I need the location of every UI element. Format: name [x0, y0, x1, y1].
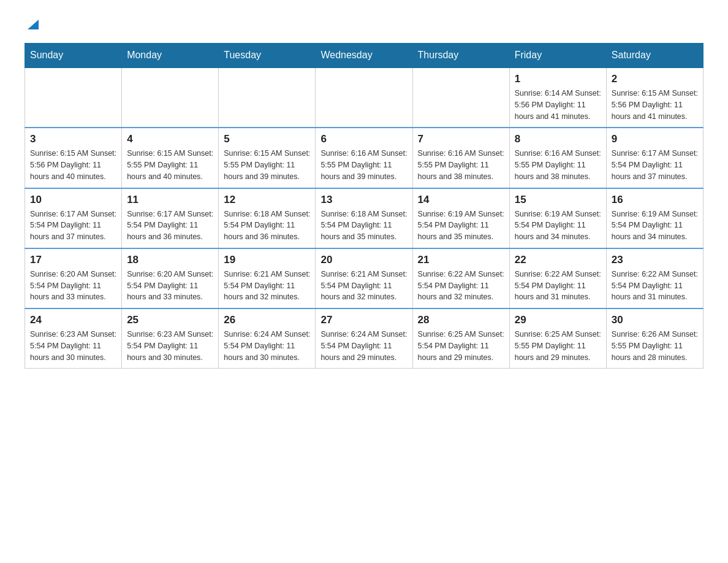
calendar-cell [316, 67, 412, 128]
day-info: Sunrise: 6:26 AM Sunset: 5:55 PM Dayligh… [612, 329, 698, 363]
calendar-cell: 11Sunrise: 6:17 AM Sunset: 5:54 PM Dayli… [122, 188, 219, 248]
header-sunday: Sunday [25, 44, 122, 68]
calendar-cell: 23Sunrise: 6:22 AM Sunset: 5:54 PM Dayli… [606, 248, 703, 308]
day-number: 11 [127, 194, 213, 206]
calendar-cell: 14Sunrise: 6:19 AM Sunset: 5:54 PM Dayli… [412, 188, 509, 248]
day-number: 20 [320, 254, 407, 266]
day-info: Sunrise: 6:22 AM Sunset: 5:54 PM Dayligh… [612, 269, 698, 303]
header-friday: Friday [509, 44, 606, 68]
header-monday: Monday [122, 44, 219, 68]
day-number: 14 [418, 194, 504, 206]
calendar-week-1: 1Sunrise: 6:14 AM Sunset: 5:56 PM Daylig… [25, 67, 703, 128]
day-info: Sunrise: 6:24 AM Sunset: 5:54 PM Dayligh… [224, 329, 310, 363]
day-number: 23 [612, 254, 698, 266]
day-info: Sunrise: 6:22 AM Sunset: 5:54 PM Dayligh… [418, 269, 504, 303]
day-number: 22 [515, 254, 601, 266]
day-number: 10 [30, 194, 116, 206]
header-thursday: Thursday [412, 44, 509, 68]
day-number: 9 [612, 133, 698, 145]
day-info: Sunrise: 6:21 AM Sunset: 5:54 PM Dayligh… [224, 269, 310, 303]
day-info: Sunrise: 6:14 AM Sunset: 5:56 PM Dayligh… [515, 88, 601, 122]
calendar-cell: 26Sunrise: 6:24 AM Sunset: 5:54 PM Dayli… [219, 308, 316, 369]
day-number: 7 [418, 133, 504, 145]
calendar-cell: 8Sunrise: 6:16 AM Sunset: 5:55 PM Daylig… [509, 128, 606, 188]
day-number: 6 [320, 133, 407, 145]
day-info: Sunrise: 6:25 AM Sunset: 5:54 PM Dayligh… [418, 329, 504, 363]
day-number: 29 [515, 314, 601, 326]
day-info: Sunrise: 6:19 AM Sunset: 5:54 PM Dayligh… [612, 209, 698, 243]
day-number: 16 [612, 194, 698, 206]
calendar-cell [25, 67, 122, 128]
calendar-week-5: 24Sunrise: 6:23 AM Sunset: 5:54 PM Dayli… [25, 308, 703, 369]
day-info: Sunrise: 6:15 AM Sunset: 5:55 PM Dayligh… [127, 148, 213, 182]
day-info: Sunrise: 6:21 AM Sunset: 5:54 PM Dayligh… [320, 269, 407, 303]
logo-triangle-icon [26, 17, 40, 31]
day-info: Sunrise: 6:15 AM Sunset: 5:56 PM Dayligh… [612, 88, 698, 122]
calendar-cell: 9Sunrise: 6:17 AM Sunset: 5:54 PM Daylig… [606, 128, 703, 188]
calendar-cell: 15Sunrise: 6:19 AM Sunset: 5:54 PM Dayli… [509, 188, 606, 248]
calendar-cell: 29Sunrise: 6:25 AM Sunset: 5:55 PM Dayli… [509, 308, 606, 369]
header-tuesday: Tuesday [219, 44, 316, 68]
day-info: Sunrise: 6:22 AM Sunset: 5:54 PM Dayligh… [515, 269, 601, 303]
calendar-cell: 28Sunrise: 6:25 AM Sunset: 5:54 PM Dayli… [412, 308, 509, 369]
day-number: 8 [515, 133, 601, 145]
day-info: Sunrise: 6:23 AM Sunset: 5:54 PM Dayligh… [30, 329, 116, 363]
day-info: Sunrise: 6:16 AM Sunset: 5:55 PM Dayligh… [515, 148, 601, 182]
calendar-cell: 12Sunrise: 6:18 AM Sunset: 5:54 PM Dayli… [219, 188, 316, 248]
logo [25, 18, 40, 31]
calendar-cell: 24Sunrise: 6:23 AM Sunset: 5:54 PM Dayli… [25, 308, 122, 369]
day-info: Sunrise: 6:17 AM Sunset: 5:54 PM Dayligh… [30, 209, 116, 243]
calendar-cell: 20Sunrise: 6:21 AM Sunset: 5:54 PM Dayli… [316, 248, 412, 308]
calendar-week-4: 17Sunrise: 6:20 AM Sunset: 5:54 PM Dayli… [25, 248, 703, 308]
calendar-cell: 4Sunrise: 6:15 AM Sunset: 5:55 PM Daylig… [122, 128, 219, 188]
calendar-cell: 21Sunrise: 6:22 AM Sunset: 5:54 PM Dayli… [412, 248, 509, 308]
day-number: 28 [418, 314, 504, 326]
calendar-cell: 5Sunrise: 6:15 AM Sunset: 5:55 PM Daylig… [219, 128, 316, 188]
calendar-cell: 19Sunrise: 6:21 AM Sunset: 5:54 PM Dayli… [219, 248, 316, 308]
calendar-cell: 30Sunrise: 6:26 AM Sunset: 5:55 PM Dayli… [606, 308, 703, 369]
day-number: 12 [224, 194, 310, 206]
calendar-cell: 22Sunrise: 6:22 AM Sunset: 5:54 PM Dayli… [509, 248, 606, 308]
day-info: Sunrise: 6:20 AM Sunset: 5:54 PM Dayligh… [127, 269, 213, 303]
calendar-cell: 7Sunrise: 6:16 AM Sunset: 5:55 PM Daylig… [412, 128, 509, 188]
calendar-cell: 3Sunrise: 6:15 AM Sunset: 5:56 PM Daylig… [25, 128, 122, 188]
day-number: 19 [224, 254, 310, 266]
calendar-cell: 10Sunrise: 6:17 AM Sunset: 5:54 PM Dayli… [25, 188, 122, 248]
calendar-cell: 1Sunrise: 6:14 AM Sunset: 5:56 PM Daylig… [509, 67, 606, 128]
calendar-cell: 6Sunrise: 6:16 AM Sunset: 5:55 PM Daylig… [316, 128, 412, 188]
day-info: Sunrise: 6:15 AM Sunset: 5:55 PM Dayligh… [224, 148, 310, 182]
calendar-header-row: SundayMondayTuesdayWednesdayThursdayFrid… [25, 44, 703, 68]
day-number: 18 [127, 254, 213, 266]
day-number: 1 [515, 73, 601, 85]
day-number: 26 [224, 314, 310, 326]
calendar-cell: 2Sunrise: 6:15 AM Sunset: 5:56 PM Daylig… [606, 67, 703, 128]
day-number: 15 [515, 194, 601, 206]
day-number: 5 [224, 133, 310, 145]
calendar-cell: 27Sunrise: 6:24 AM Sunset: 5:54 PM Dayli… [316, 308, 412, 369]
svg-marker-0 [28, 20, 39, 29]
day-info: Sunrise: 6:17 AM Sunset: 5:54 PM Dayligh… [612, 148, 698, 182]
day-info: Sunrise: 6:15 AM Sunset: 5:56 PM Dayligh… [30, 148, 116, 182]
day-info: Sunrise: 6:19 AM Sunset: 5:54 PM Dayligh… [418, 209, 504, 243]
calendar-table: SundayMondayTuesdayWednesdayThursdayFrid… [25, 43, 703, 369]
calendar-cell: 17Sunrise: 6:20 AM Sunset: 5:54 PM Dayli… [25, 248, 122, 308]
day-info: Sunrise: 6:20 AM Sunset: 5:54 PM Dayligh… [30, 269, 116, 303]
day-number: 4 [127, 133, 213, 145]
header-wednesday: Wednesday [316, 44, 412, 68]
day-number: 3 [30, 133, 116, 145]
day-number: 13 [320, 194, 407, 206]
calendar-cell [122, 67, 219, 128]
calendar-week-3: 10Sunrise: 6:17 AM Sunset: 5:54 PM Dayli… [25, 188, 703, 248]
calendar-week-2: 3Sunrise: 6:15 AM Sunset: 5:56 PM Daylig… [25, 128, 703, 188]
calendar-cell: 16Sunrise: 6:19 AM Sunset: 5:54 PM Dayli… [606, 188, 703, 248]
page-header [25, 18, 703, 31]
header-saturday: Saturday [606, 44, 703, 68]
day-number: 24 [30, 314, 116, 326]
calendar-cell: 25Sunrise: 6:23 AM Sunset: 5:54 PM Dayli… [122, 308, 219, 369]
calendar-cell: 13Sunrise: 6:18 AM Sunset: 5:54 PM Dayli… [316, 188, 412, 248]
day-number: 2 [612, 73, 698, 85]
day-number: 30 [612, 314, 698, 326]
day-info: Sunrise: 6:24 AM Sunset: 5:54 PM Dayligh… [320, 329, 407, 363]
day-number: 17 [30, 254, 116, 266]
day-info: Sunrise: 6:17 AM Sunset: 5:54 PM Dayligh… [127, 209, 213, 243]
